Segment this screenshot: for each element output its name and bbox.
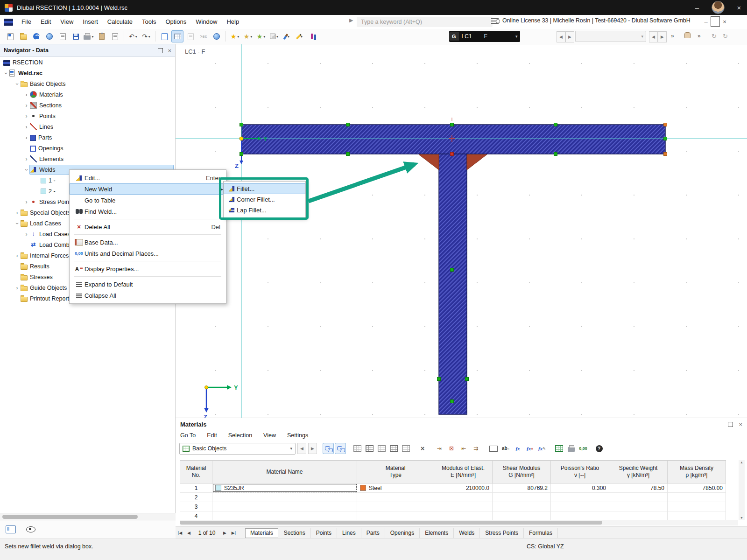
new-object-button[interactable]: ★▾ [255,30,267,42]
tab-openings[interactable]: Openings [385,528,420,538]
display-visibility-eye-icon[interactable] [26,526,35,532]
first-table-icon[interactable]: |◀ [176,529,184,538]
next-load-case-button[interactable]: ▶ [565,31,574,42]
formula-remove-button[interactable]: fx× [524,443,536,454]
chevron-right-icon[interactable]: › [14,252,20,259]
toolbar-overflow-icon[interactable]: » [671,33,674,39]
chevron-right-icon[interactable]: › [23,231,29,238]
material-type-cell[interactable]: Steel [357,483,434,493]
sync-selection-button[interactable] [323,443,334,454]
dlubal-center-button[interactable] [30,30,42,42]
tree-item-rsection[interactable]: RSECTION [0,57,175,68]
tab-points[interactable]: Points [311,528,337,538]
close-button[interactable]: × [731,0,747,15]
rotate-view-button[interactable]: ↻ [712,33,717,40]
panel-close-icon[interactable]: × [739,421,742,428]
report-button[interactable] [109,30,121,42]
panel-float-icon[interactable] [728,422,733,427]
search-collapse-icon[interactable]: ▶ [349,17,353,23]
chevron-right-icon[interactable]: › [23,199,29,205]
menu-item-units[interactable]: 0,00 Units and Decimal Places... [70,248,226,259]
chevron-right-icon[interactable]: › [23,91,29,98]
chevron-right-icon[interactable]: › [23,113,29,119]
tree-item-elements[interactable]: ›Elements [0,154,175,164]
navigator-panels-icon[interactable] [6,525,16,533]
chevron-right-icon[interactable]: › [14,210,20,216]
chevron-right-icon[interactable]: › [23,102,29,109]
doc-minimize-button[interactable]: – [701,17,711,26]
edit-pencil-button[interactable]: ▾ [294,30,306,42]
table-row[interactable]: 3 [180,502,726,511]
pan-hand-button[interactable] [684,32,691,40]
tree-item-points[interactable]: ›Points [0,111,175,121]
delete-row-button[interactable]: ⊠ [446,443,457,454]
tree-item-openings[interactable]: Openings [0,143,175,154]
scope-select[interactable]: Basic Objects ▾ [179,443,296,455]
tab-welds[interactable]: Welds [454,528,480,538]
table-hscrollbar[interactable] [180,520,738,525]
chevron-right-icon[interactable]: › [23,134,29,141]
clipboard-button[interactable] [96,30,108,42]
render-view-button[interactable] [211,30,223,42]
web-part[interactable] [439,154,467,414]
formula-button[interactable]: fx [512,443,523,454]
menu-help[interactable]: Help [222,15,244,29]
menu-window[interactable]: Window [191,15,222,29]
shift-right-button[interactable]: ⇉ [470,443,481,454]
scrollbar-thumb[interactable] [180,521,602,525]
load-case-combo[interactable]: G LC1 F ▾ [449,31,520,42]
submenu-item-fillet[interactable]: Fillet... [224,183,305,194]
rotate-view2-button[interactable]: ↻ [723,33,728,40]
graphics-viewport[interactable]: LC1 - F Y Z [176,44,747,418]
doc-restore-button[interactable] [711,17,720,26]
menu-file[interactable]: File [17,15,36,29]
mat-menu-view[interactable]: View [263,432,276,439]
menu-item-base-data[interactable]: Base Data... [70,237,226,248]
menu-item-go-to-table[interactable]: Go to Table [70,195,226,206]
mat-menu-selection[interactable]: Selection [228,432,252,439]
sc-view-button[interactable]: >sc [197,30,210,42]
scrollbar-thumb[interactable] [2,515,138,519]
open-file-button[interactable] [17,30,29,42]
clear-table-button[interactable]: × [417,443,428,454]
result-diagram-button[interactable] [307,30,319,42]
menu-edit[interactable]: Edit [36,15,56,29]
flange-part[interactable] [241,125,665,154]
tree-item-materials[interactable]: ›Materials [0,89,175,100]
table-row[interactable]: 2 [180,493,726,502]
menu-options[interactable]: Options [161,15,191,29]
mat-menu-edit[interactable]: Edit [207,432,217,439]
last-table-icon[interactable]: ▶| [229,529,238,538]
search-options-icon[interactable] [491,18,499,24]
print-table-button[interactable] [565,443,577,454]
menu-item-display-properties[interactable]: A Display Properties... [70,263,226,274]
menu-item-expand-default[interactable]: Expand to Default [70,279,226,290]
search-input[interactable]: Type a keyword (Alt+Q) [357,17,493,27]
menu-calculate[interactable]: Calculate [103,15,137,29]
tree-item-lines[interactable]: ›Lines [0,121,175,132]
generated-objects-button[interactable]: ★▾ [242,30,254,42]
doc-close-button[interactable]: × [720,17,729,26]
menu-item-new-weld[interactable]: New Weld ▶ [70,183,226,195]
junction-handle[interactable] [451,153,454,156]
tab-parts[interactable]: Parts [361,528,385,538]
secondary-combo[interactable]: ▾ [575,31,646,42]
navigator-float-icon[interactable] [158,48,163,53]
tree-item-basic-objects[interactable]: ›Basic Objects [0,78,175,89]
navigator-hscrollbar[interactable] [0,513,176,520]
toolbar-overflow2-icon[interactable]: » [698,33,701,39]
table-import-button[interactable] [364,443,375,454]
tab-elements[interactable]: Elements [420,528,454,538]
shift-left-button[interactable]: ⇤ [458,443,469,454]
redo-button[interactable]: ↷▾ [140,30,152,42]
chevron-right-icon[interactable]: › [23,156,29,162]
pattern-button[interactable] [388,443,399,454]
menu-item-delete-all[interactable]: × Delete All Del [70,221,226,232]
column-settings-button[interactable] [400,443,411,454]
tab-lines[interactable]: Lines [337,528,361,538]
table-view-button[interactable] [171,30,183,42]
fillet-weld-right[interactable] [467,154,487,170]
chevron-right-icon[interactable]: › [23,124,29,130]
prev-table-button[interactable]: ◀ [297,443,306,454]
help-button[interactable]: ? [593,443,605,454]
